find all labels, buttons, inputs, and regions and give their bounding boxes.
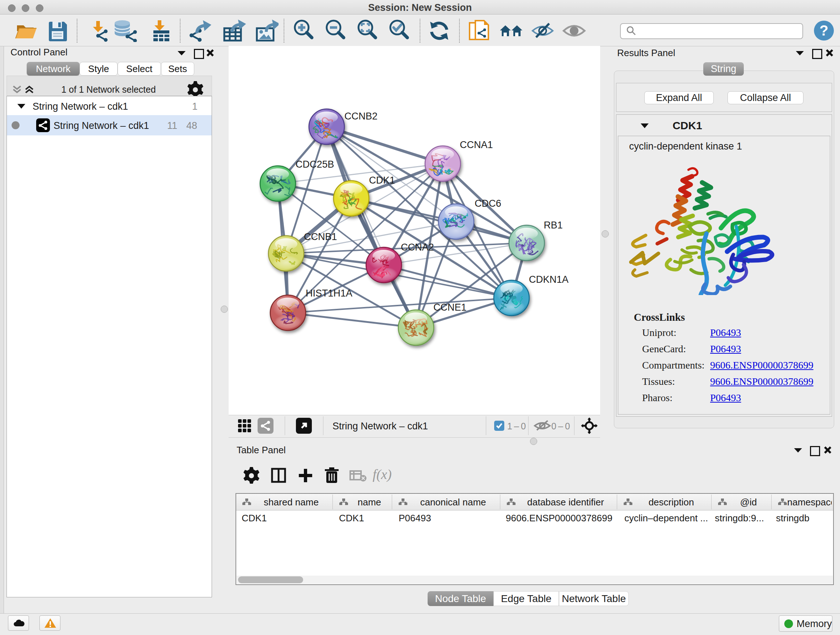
svg-text:CCNB1: CCNB1 — [304, 231, 337, 242]
svg-text:CCNA1: CCNA1 — [460, 139, 493, 150]
svg-text:CDKN1A: CDKN1A — [529, 274, 569, 285]
svg-text:CDC6: CDC6 — [475, 198, 501, 209]
svg-text:CCNE1: CCNE1 — [433, 302, 467, 313]
svg-text:CCNB2: CCNB2 — [344, 111, 378, 122]
svg-text:CCNA2: CCNA2 — [401, 242, 434, 253]
svg-text:CDC25B: CDC25B — [295, 159, 334, 170]
svg-text:RB1: RB1 — [544, 220, 563, 231]
svg-text:HIST1H1A: HIST1H1A — [306, 288, 352, 299]
svg-text:CDK1: CDK1 — [369, 175, 395, 186]
